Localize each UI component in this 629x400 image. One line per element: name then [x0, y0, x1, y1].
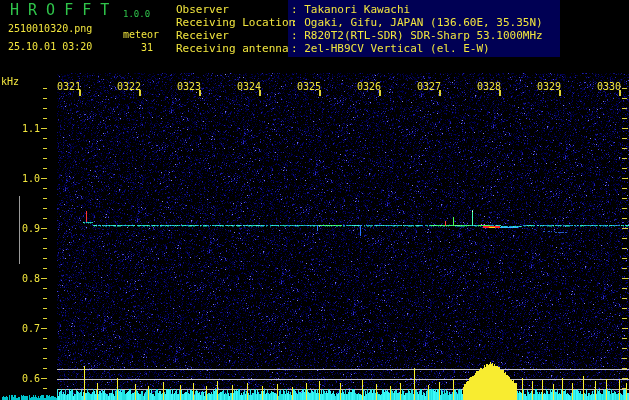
hrofft-output-image: { "header": { "app_name": "H R O F F T",… [0, 0, 629, 400]
info-value: : Ogaki, Gifu, JAPAN (136.60E, 35.35N) [291, 17, 543, 29]
freq-tick-label: 0.8 [0, 273, 40, 284]
freq-tick-label: 1.0 [0, 173, 40, 184]
time-tick-label: 0322 [117, 81, 141, 92]
time-tick-label: 0326 [357, 81, 381, 92]
info-value: : R820T2(RTL-SDR) SDR-Sharp 53.1000MHz [291, 30, 543, 42]
output-filename: 2510010320.png [8, 23, 92, 35]
freq-tick-label: 0.9 [0, 223, 40, 234]
time-tick-label: 0330 [597, 81, 621, 92]
freq-tick-label: 0.7 [0, 323, 40, 334]
info-label: Receiving antenna [176, 43, 289, 55]
time-tick-label: 0327 [417, 81, 441, 92]
info-label: Receiver [176, 30, 229, 42]
info-value: : Takanori Kawachi [291, 4, 410, 16]
info-value: : 2el-HB9CV Vertical (el. E-W) [291, 43, 490, 55]
spectrogram-canvas [0, 0, 629, 400]
info-label: Observer [176, 4, 229, 16]
time-tick-label: 0328 [477, 81, 501, 92]
echo-count: 31 [141, 42, 153, 54]
time-tick-label: 0323 [177, 81, 201, 92]
freq-tick-label: 0.6 [0, 373, 40, 384]
time-tick-label: 0329 [537, 81, 561, 92]
time-tick-label: 0321 [57, 81, 81, 92]
observation-datetime: 25.10.01 03:20 [8, 41, 92, 53]
app-version: 1.0.0 [123, 8, 150, 20]
info-label: Receiving Location [176, 17, 295, 29]
time-tick-label: 0325 [297, 81, 321, 92]
time-tick-label: 0324 [237, 81, 261, 92]
observation-mode: meteor [123, 29, 159, 41]
app-title: H R O F F T [10, 3, 109, 18]
freq-tick-label: 1.1 [0, 123, 40, 134]
freq-axis-unit-label: kHz [1, 76, 19, 88]
